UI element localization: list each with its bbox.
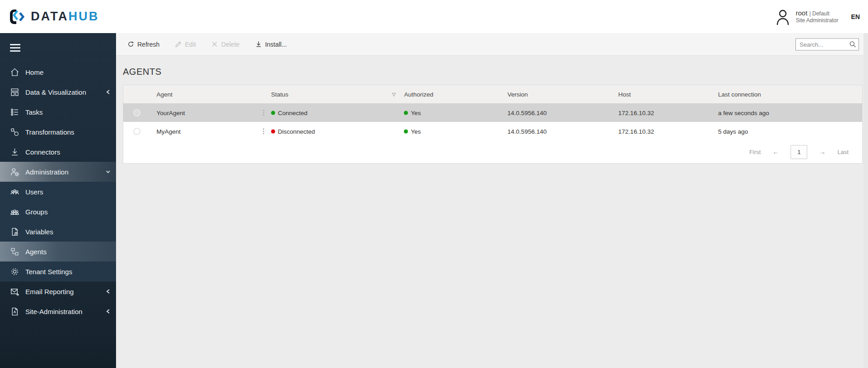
sidebar-item-connectors[interactable]: Connectors — [0, 142, 116, 162]
hamburger-icon — [10, 42, 20, 53]
table-header-row: Agent Status ▽ Authorized Version Host L… — [123, 85, 862, 103]
agent-name: MyAgent — [156, 128, 180, 135]
column-header-authorized[interactable]: Authorized — [404, 91, 433, 98]
chevron-left-icon — [106, 89, 111, 95]
pagination: First ← 1 → Last — [123, 140, 862, 163]
pagination-current-page[interactable]: 1 — [790, 145, 807, 159]
variables-icon — [10, 227, 19, 237]
agent-name: YourAgent — [156, 109, 185, 116]
user-role: Site Administrator — [796, 17, 839, 24]
pagination-prev-icon[interactable]: ← — [772, 148, 779, 155]
language-selector[interactable]: EN — [849, 13, 860, 20]
task-list-icon — [10, 107, 19, 117]
sidebar-item-tasks[interactable]: Tasks — [0, 102, 116, 122]
search-box — [795, 38, 859, 50]
install-button[interactable]: Install... — [255, 41, 287, 48]
download-icon — [10, 147, 19, 157]
column-header-status[interactable]: Status — [271, 91, 288, 98]
host-cell: 172.16.10.32 — [618, 128, 654, 135]
home-icon — [10, 68, 19, 77]
version-cell: 14.0.5956.140 — [508, 128, 547, 135]
pagination-first-button[interactable]: First — [749, 149, 761, 155]
chevron-left-icon — [106, 289, 111, 294]
install-download-icon — [255, 41, 262, 48]
sidebar-item-home[interactable]: Home — [0, 62, 116, 82]
row-menu-icon[interactable] — [262, 127, 265, 136]
agents-table: Agent Status ▽ Authorized Version Host L… — [123, 85, 863, 164]
user-menu[interactable]: root | Default Site Administrator — [775, 8, 839, 25]
status-dot — [271, 111, 275, 115]
row-select-radio[interactable] — [133, 128, 141, 135]
email-icon — [10, 287, 19, 296]
sidebar-item-groups[interactable]: Groups — [0, 202, 116, 222]
datahub-logo-icon — [9, 9, 26, 25]
status-cell: Disconnected — [271, 128, 315, 135]
table-row[interactable]: YourAgent Connected Yes 14.0.5956.140 17… — [123, 103, 862, 122]
host-cell: 172.16.10.32 — [618, 109, 654, 116]
user-avatar-icon — [775, 8, 790, 25]
sidebar-item-agents[interactable]: Agents — [0, 242, 116, 261]
edit-button[interactable]: Edit — [175, 41, 196, 48]
authorized-dot — [404, 129, 408, 133]
column-header-version[interactable]: Version — [508, 91, 528, 98]
gear-icon — [10, 267, 19, 276]
last-connection-cell: 5 days ago — [718, 128, 748, 135]
agents-icon — [10, 247, 19, 257]
authorized-dot — [404, 111, 408, 115]
row-select-radio[interactable] — [133, 109, 141, 116]
top-header: DATAHUB root | Default Site Administrato… — [0, 0, 868, 33]
table-row[interactable]: MyAgent Disconnected Yes 14.0.5956.140 1… — [123, 122, 862, 140]
column-header-last-connection[interactable]: Last connection — [718, 91, 761, 98]
user-name: root — [796, 9, 808, 17]
dashboard-icon — [10, 87, 19, 97]
user-tenant: | Default — [810, 10, 829, 17]
sidebar-item-transformations[interactable]: Transformations — [0, 122, 116, 142]
scrollbar-track[interactable] — [863, 33, 868, 368]
main-content: Refresh Edit Delete Install... AGENTS Ag… — [116, 33, 868, 368]
delete-button[interactable]: Delete — [211, 41, 239, 48]
sidebar-item-users[interactable]: Users — [0, 182, 116, 202]
toolbar: Refresh Edit Delete Install... — [116, 33, 868, 56]
sidebar-item-data-visualization[interactable]: Data & Visualization — [0, 82, 116, 102]
delete-x-icon — [211, 41, 218, 48]
sidebar: Home Data & Visualization Tasks Transfor… — [0, 33, 116, 368]
refresh-button[interactable]: Refresh — [127, 41, 160, 48]
refresh-icon — [127, 41, 134, 48]
sort-descending-icon[interactable]: ▽ — [392, 92, 396, 97]
column-header-host[interactable]: Host — [618, 91, 631, 98]
row-menu-icon[interactable] — [262, 109, 265, 117]
sidebar-item-email-reporting[interactable]: Email Reporting — [0, 281, 116, 301]
authorized-cell: Yes — [404, 109, 421, 116]
authorized-cell: Yes — [404, 128, 421, 135]
admin-user-gear-icon — [10, 167, 19, 177]
transformations-icon — [10, 127, 19, 137]
sidebar-item-tenant-settings[interactable]: Tenant Settings — [0, 261, 116, 281]
chevron-down-icon — [106, 169, 111, 174]
sidebar-item-variables[interactable]: Variables — [0, 222, 116, 242]
page-title: AGENTS — [123, 67, 868, 77]
pagination-next-icon[interactable]: → — [819, 148, 825, 155]
pagination-last-button[interactable]: Last — [837, 149, 849, 155]
app-logo[interactable]: DATAHUB — [0, 9, 99, 25]
status-dot — [271, 129, 275, 133]
column-header-agent[interactable]: Agent — [156, 91, 172, 98]
edit-pencil-icon — [175, 41, 182, 48]
site-admin-icon — [10, 307, 19, 316]
sidebar-item-site-administration[interactable]: Site-Administration — [0, 301, 116, 321]
last-connection-cell: a few seconds ago — [718, 109, 769, 116]
sidebar-item-administration[interactable]: Administration — [0, 162, 116, 182]
search-input[interactable] — [796, 41, 847, 48]
users-icon — [10, 187, 19, 197]
status-cell: Connected — [271, 109, 307, 116]
menu-toggle-button[interactable] — [0, 33, 116, 62]
version-cell: 14.0.5956.140 — [508, 109, 547, 116]
chevron-left-icon — [106, 309, 111, 314]
groups-icon — [10, 207, 19, 217]
app-title: DATAHUB — [31, 10, 99, 24]
search-icon[interactable] — [849, 41, 856, 48]
